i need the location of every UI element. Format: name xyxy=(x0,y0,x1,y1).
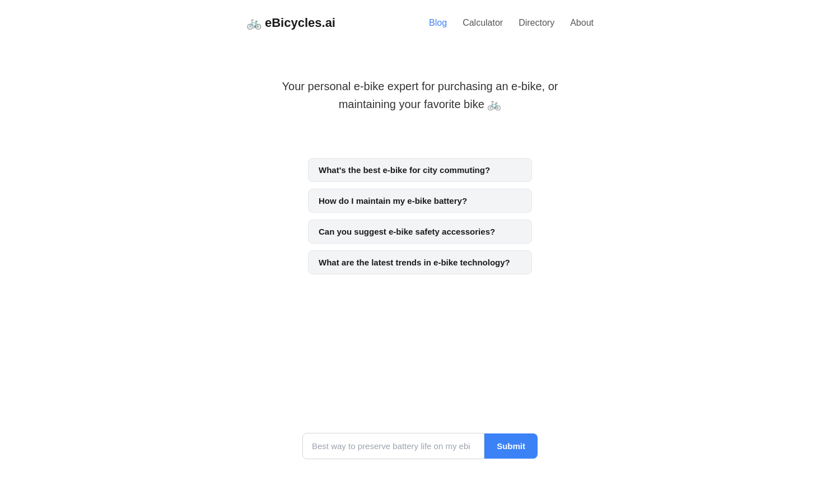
chat-input-area: Submit xyxy=(302,433,538,459)
chat-input[interactable] xyxy=(302,433,484,459)
tagline-line2: maintaining your favorite bike 🚲 xyxy=(339,98,502,110)
suggestions-list: What's the best e-bike for city commutin… xyxy=(308,158,532,274)
nav-calculator[interactable]: Calculator xyxy=(463,18,503,28)
main-content: Your personal e-bike expert for purchasi… xyxy=(0,46,840,274)
tagline: Your personal e-bike expert for purchasi… xyxy=(282,77,558,113)
logo-icon: 🚲 xyxy=(246,16,262,30)
nav-directory[interactable]: Directory xyxy=(519,18,554,28)
logo-text: eBicycles.ai xyxy=(265,16,335,30)
submit-button[interactable]: Submit xyxy=(484,433,538,459)
logo[interactable]: 🚲 eBicycles.ai xyxy=(246,16,335,30)
nav-about[interactable]: About xyxy=(570,18,594,28)
header: 🚲 eBicycles.ai Blog Calculator Directory… xyxy=(0,0,840,46)
nav: Blog Calculator Directory About xyxy=(429,18,594,28)
tagline-line1: Your personal e-bike expert for purchasi… xyxy=(282,80,558,92)
suggestion-4[interactable]: What are the latest trends in e-bike tec… xyxy=(308,250,532,274)
nav-blog[interactable]: Blog xyxy=(429,18,447,28)
suggestion-3[interactable]: Can you suggest e-bike safety accessorie… xyxy=(308,220,532,244)
suggestion-2[interactable]: How do I maintain my e-bike battery? xyxy=(308,189,532,213)
suggestion-1[interactable]: What's the best e-bike for city commutin… xyxy=(308,158,532,182)
